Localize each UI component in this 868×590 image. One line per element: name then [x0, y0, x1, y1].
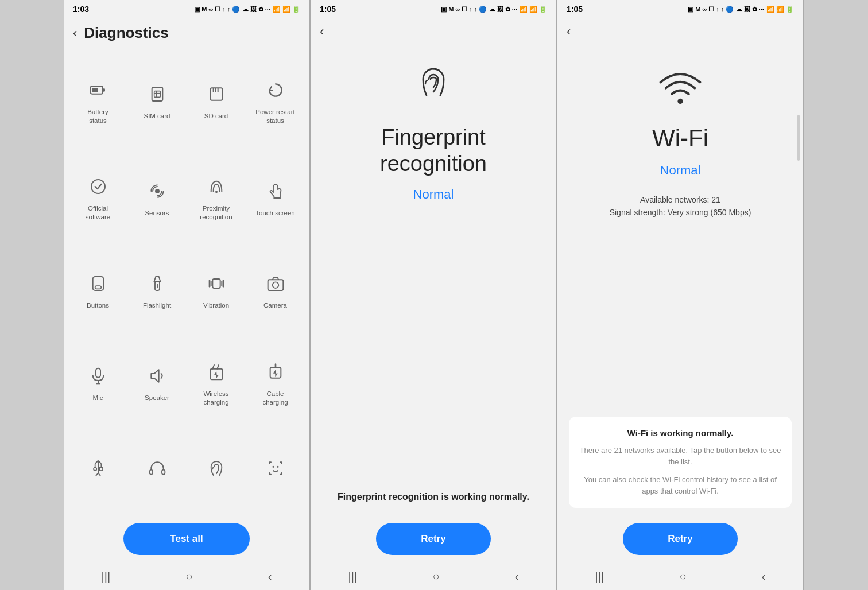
svg-rect-1 — [103, 88, 105, 91]
svg-point-11 — [91, 180, 105, 193]
wifi-bottom-title: Wi-Fi is working normally. — [627, 428, 734, 438]
feature-status-3: Normal — [660, 163, 701, 178]
screen3-inner: ‹ Wi-Fi Normal Available networks: 21 Si… — [557, 16, 803, 564]
nav-back-3[interactable]: ‹ — [762, 570, 766, 583]
sensors-label: Sensors — [145, 209, 169, 218]
phone-screen-1: 1:03 ▣ M ∞ ☐ ↑ ↑ 🔵 ☁ 🖼 ✿ ··· 📶 📶 🔋 ‹ Dia… — [64, 0, 311, 590]
svg-line-44 — [96, 473, 98, 476]
svg-point-48 — [272, 466, 274, 468]
time-1: 1:03 — [73, 5, 89, 14]
diag-item-proximity[interactable]: Proximityrecognition — [187, 150, 246, 247]
battery-icon — [89, 81, 107, 103]
status-icons-1: ▣ M ∞ ☐ ↑ ↑ 🔵 ☁ 🖼 ✿ ··· 📶 📶 🔋 — [194, 6, 300, 13]
buttons-icon — [89, 274, 107, 297]
nav-home-2[interactable]: ○ — [432, 570, 439, 583]
diag-item-sensors[interactable]: Sensors — [127, 150, 187, 247]
svg-point-25 — [272, 282, 278, 288]
feature-status-2: Normal — [413, 187, 454, 202]
nav-bar-3: ||| ○ ‹ — [557, 564, 803, 590]
time-2: 1:05 — [320, 5, 336, 14]
diag-item-speaker[interactable]: Speaker — [127, 335, 187, 432]
diag-item-face[interactable] — [246, 432, 305, 511]
diag-item-flashlight[interactable]: Flashlight — [127, 247, 187, 335]
svg-point-40 — [94, 468, 96, 471]
wifi-desc-2: You can also check the Wi-Fi control his… — [578, 474, 782, 496]
screen3-main: Wi-Fi Normal Available networks: 21 Sign… — [557, 42, 803, 405]
scroll-indicator — [797, 115, 800, 161]
sim-icon — [148, 85, 166, 107]
svg-rect-7 — [210, 88, 222, 100]
buttons-label: Buttons — [87, 301, 109, 310]
headphones-icon — [148, 459, 166, 482]
battery-label: Batterystatus — [87, 108, 108, 125]
signal-icons-2: ▣ M ∞ ☐ ↑ ↑ 🔵 ☁ 🖼 ✿ ··· — [441, 6, 517, 13]
diag-item-official[interactable]: Officialsoftware — [68, 150, 127, 247]
diag-item-camera[interactable]: Camera — [246, 247, 305, 335]
diag-item-wireless-charging[interactable]: Wirelesscharging — [187, 335, 246, 432]
status-normal-text-2: Fingerprint recognition is working norma… — [322, 492, 545, 502]
svg-point-50 — [677, 99, 683, 104]
svg-point-13 — [215, 191, 218, 193]
diag-item-battery[interactable]: Batterystatus — [68, 53, 127, 150]
wireless-charging-icon — [207, 363, 226, 385]
diag-item-headphones[interactable] — [127, 432, 187, 511]
retry-button-3[interactable]: Retry — [623, 523, 738, 555]
vibration-icon — [207, 274, 226, 297]
diag-item-sim[interactable]: SIM card — [127, 53, 187, 150]
diag-item-buttons[interactable]: Buttons — [68, 247, 127, 335]
nav-bar-2: ||| ○ ‹ — [311, 564, 556, 590]
official-label: Officialsoftware — [86, 204, 110, 222]
svg-rect-24 — [268, 280, 283, 290]
svg-point-49 — [277, 466, 278, 468]
sd-icon — [207, 85, 226, 107]
face-icon — [266, 459, 285, 482]
diag-item-cable-charging[interactable]: Cablecharging — [246, 335, 305, 432]
svg-rect-41 — [99, 468, 102, 471]
svg-marker-36 — [273, 370, 278, 377]
back-button-2[interactable]: ‹ — [311, 16, 556, 42]
svg-point-12 — [155, 189, 160, 193]
nav-recent-2[interactable]: ||| — [348, 570, 358, 583]
mic-label: Mic — [93, 394, 103, 402]
svg-rect-47 — [162, 470, 165, 475]
svg-rect-2 — [92, 88, 98, 92]
nav-back-2[interactable]: ‹ — [515, 570, 519, 583]
diag-item-power[interactable]: Power restartstatus — [246, 53, 305, 150]
status-icons-3: ▣ M ∞ ☐ ↑ ↑ 🔵 ☁ 🖼 ✿ ··· 📶 📶 🔋 — [688, 6, 794, 13]
diag-item-vibration[interactable]: Vibration — [187, 247, 246, 335]
wireless-charging-label: Wirelesscharging — [203, 390, 228, 407]
connectivity-icons-3: 📶 📶 🔋 — [766, 6, 794, 13]
nav-home-3[interactable]: ○ — [679, 570, 686, 583]
status-bar-3: 1:05 ▣ M ∞ ☐ ↑ ↑ 🔵 ☁ 🖼 ✿ ··· 📶 📶 🔋 — [557, 0, 803, 16]
diag-item-sd[interactable]: SD card — [187, 53, 246, 150]
nav-back-1[interactable]: ‹ — [268, 570, 272, 583]
diag-item-usb[interactable] — [68, 432, 127, 511]
diag-item-touch[interactable]: Touch screen — [246, 150, 305, 247]
flashlight-icon — [148, 274, 166, 297]
feature-title-2: Fingerprintrecognition — [380, 125, 487, 177]
back-button-3[interactable]: ‹ — [557, 16, 803, 42]
diagnostics-grid: Batterystatus SIM card SD card Power res… — [64, 48, 309, 517]
nav-recent-3[interactable]: ||| — [595, 570, 604, 583]
nav-home-1[interactable]: ○ — [185, 570, 192, 583]
screen2-main: Fingerprintrecognition Normal — [311, 42, 556, 486]
svg-marker-29 — [151, 370, 158, 382]
camera-icon — [266, 274, 285, 297]
retry-button-2[interactable]: Retry — [376, 523, 491, 555]
touch-label: Touch screen — [255, 209, 294, 218]
signal-strength: Signal strength: Very strong (650 Mbps) — [610, 208, 751, 217]
svg-rect-26 — [96, 368, 100, 378]
test-all-button[interactable]: Test all — [123, 523, 250, 555]
usb-icon — [89, 459, 107, 482]
screen2-inner: ‹ Fingerprintrecognition Normal Fingerpr… — [311, 16, 556, 564]
page-title-1: Diagnostics — [84, 24, 168, 42]
diag-item-mic[interactable]: Mic — [68, 335, 127, 432]
back-button-1[interactable]: ‹ — [73, 26, 77, 41]
diag-item-fingerprint[interactable] — [187, 432, 246, 511]
sim-label: SIM card — [144, 112, 170, 121]
svg-rect-19 — [212, 279, 220, 288]
svg-rect-4 — [154, 91, 160, 98]
mic-icon — [89, 367, 107, 389]
status-icons-2: ▣ M ∞ ☐ ↑ ↑ 🔵 ☁ 🖼 ✿ ··· 📶 📶 🔋 — [441, 6, 547, 13]
nav-recent-1[interactable]: ||| — [102, 570, 111, 583]
